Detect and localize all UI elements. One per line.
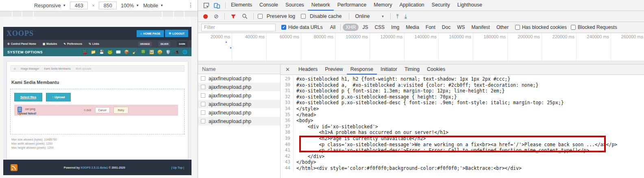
filter-type-manifest[interactable]: Manifest bbox=[469, 24, 493, 31]
clear-icon[interactable]: ⊘ bbox=[212, 13, 220, 19]
module-icon[interactable]: 🌐 bbox=[183, 50, 187, 54]
more-options-icon[interactable]: ⋮ bbox=[188, 2, 194, 8]
network-overview-timeline[interactable]: 20000 ms 40000 ms 60000 ms 80000 ms 1000… bbox=[198, 33, 644, 64]
table-row[interactable]: ajaxfineupload.php bbox=[198, 83, 280, 91]
table-row[interactable]: ajaxfineupload.php bbox=[198, 100, 280, 108]
media-query-ruler[interactable] bbox=[0, 11, 198, 17]
filter-type-all[interactable]: All bbox=[327, 24, 338, 31]
tab-headers[interactable]: Headers bbox=[295, 64, 321, 75]
throttling-select[interactable]: Online ▼ bbox=[353, 13, 386, 19]
filter-type-ws[interactable]: WS bbox=[454, 24, 468, 31]
cancel-button[interactable]: Cancel bbox=[95, 107, 110, 113]
import-har-icon[interactable]: ⤒ bbox=[395, 13, 400, 19]
code-line: 40 <p class='xo-siteblocked-message'>We … bbox=[281, 142, 644, 148]
close-icon[interactable]: ✕ bbox=[281, 64, 295, 75]
device-width-input[interactable] bbox=[70, 2, 88, 9]
nav-modules[interactable]: ▦ Modules bbox=[43, 42, 57, 46]
module-icon[interactable]: 🐸 bbox=[107, 50, 112, 54]
export-har-icon[interactable]: ⤓ bbox=[403, 13, 409, 19]
filter-funnel-icon[interactable] bbox=[229, 12, 238, 20]
breadcrumb-image-manager[interactable]: Image Manager bbox=[21, 67, 39, 70]
module-icon[interactable]: 🧹 bbox=[133, 50, 137, 54]
device-height-input[interactable] bbox=[99, 2, 117, 9]
filter-type-other[interactable]: Other bbox=[494, 24, 511, 31]
tab-lighthouse[interactable]: Lighthouse bbox=[454, 0, 486, 11]
table-row[interactable]: ajaxfineupload.php bbox=[198, 117, 280, 125]
inspect-element-icon[interactable] bbox=[202, 1, 211, 9]
home-page-button[interactable]: ⌂ HOME PAGE bbox=[137, 30, 164, 37]
disable-cache-checkbox[interactable] bbox=[301, 14, 306, 19]
tab-application[interactable]: Application bbox=[396, 0, 428, 11]
filter-type-xhr[interactable]: XHR bbox=[343, 24, 359, 31]
xoops-content: ⌂ Image Manager Kami Sedia Membantu Mult… bbox=[3, 56, 191, 160]
module-icon[interactable]: 📁 bbox=[91, 50, 96, 54]
filter-type-media[interactable]: Media bbox=[403, 24, 422, 31]
overview-scroll-strip[interactable] bbox=[198, 61, 644, 64]
tab-security[interactable]: Security bbox=[428, 0, 454, 11]
theme-dark-button[interactable]: DARK bbox=[177, 42, 187, 46]
preserve-log-checkbox[interactable] bbox=[258, 14, 263, 19]
file-doc-icon bbox=[201, 76, 205, 81]
home-icon[interactable]: ⌂ bbox=[14, 67, 16, 70]
theme-silver-button[interactable]: SILVER bbox=[159, 42, 170, 46]
module-icon[interactable]: 🍀 bbox=[141, 50, 146, 54]
module-icon[interactable]: 😀 bbox=[157, 50, 162, 54]
filter-type-css[interactable]: CSS bbox=[372, 24, 387, 31]
breadcrumb-kami-sedia-membantu[interactable]: Kami Sedia Membantu bbox=[44, 67, 71, 70]
file-doc-icon bbox=[201, 102, 205, 106]
table-row[interactable]: ajaxfineupload.php bbox=[198, 108, 280, 117]
throttle-select[interactable]: Mobile ▼ bbox=[143, 3, 163, 9]
code-line: 38 <h1>A problem has occurred on our ser… bbox=[281, 130, 644, 136]
name-column-header[interactable]: Name bbox=[198, 64, 280, 74]
device-toolbar-toggle-icon[interactable] bbox=[212, 1, 221, 9]
tab-timing[interactable]: Timing bbox=[401, 64, 423, 75]
tab-initiator[interactable]: Initiator bbox=[377, 64, 401, 75]
xoops-version-link[interactable]: XOOPS 2.5.11-Beta1 bbox=[80, 166, 108, 169]
upload-button[interactable]: ↑ Upload bbox=[46, 93, 71, 101]
tab-elements[interactable]: Elements bbox=[227, 0, 256, 11]
logout-button[interactable]: ⎆ LOGOUT bbox=[165, 30, 188, 37]
up-top-link[interactable]: | Up Top | bbox=[172, 166, 184, 169]
table-row[interactable]: ajaxfineupload.php bbox=[198, 74, 280, 83]
filter-type-img[interactable]: Img bbox=[388, 24, 402, 31]
breadcrumb-multi-uploads[interactable]: Multi uploads bbox=[76, 67, 91, 70]
record-icon[interactable] bbox=[203, 14, 208, 19]
nav-links[interactable]: % Links bbox=[89, 42, 99, 45]
filter-input[interactable] bbox=[201, 24, 276, 31]
tab-performance[interactable]: Performance bbox=[334, 0, 370, 11]
zoom-select[interactable]: 100% ▼ bbox=[121, 3, 139, 9]
xoops-logo[interactable]: XOOPS bbox=[7, 29, 34, 38]
theme-orange-button[interactable]: ORANGE bbox=[138, 42, 152, 46]
module-icon[interactable]: 🛡️ bbox=[166, 50, 171, 54]
has-blocked-cookies-checkbox[interactable] bbox=[515, 25, 520, 30]
filter-type-font[interactable]: Font bbox=[423, 24, 438, 31]
module-icon[interactable]: 💾 bbox=[99, 50, 104, 54]
select-files-button[interactable]: Select files bbox=[14, 93, 42, 101]
search-icon[interactable] bbox=[240, 12, 249, 20]
blocked-requests-checkbox[interactable] bbox=[571, 25, 576, 30]
tab-cookies[interactable]: Cookies bbox=[423, 64, 449, 75]
nav-preferences[interactable]: ✎ Preferences bbox=[63, 42, 82, 46]
module-icon[interactable]: 🎩 bbox=[174, 50, 179, 54]
module-icon[interactable]: 📦 bbox=[124, 50, 129, 54]
hide-data-urls-checkbox[interactable] bbox=[281, 25, 286, 30]
module-icon[interactable]: 🖼️ bbox=[149, 50, 154, 54]
retry-button[interactable]: Retry bbox=[113, 107, 129, 114]
tab-response[interactable]: Response bbox=[347, 64, 377, 75]
filter-type-doc[interactable]: Doc bbox=[439, 24, 453, 31]
rss-icon[interactable] bbox=[11, 164, 17, 171]
response-source-view[interactable]: 29#xo-siteblocked h1, h2 {font-weight: n… bbox=[281, 75, 644, 178]
filter-type-js[interactable]: JS bbox=[359, 24, 371, 31]
tab-memory[interactable]: Memory bbox=[370, 0, 396, 11]
throttle-label: Mobile bbox=[143, 3, 158, 9]
table-row[interactable]: ajaxfineupload.php bbox=[198, 91, 280, 100]
device-mode-select[interactable]: Responsive ▼ bbox=[34, 3, 66, 9]
module-icon[interactable]: ✉️ bbox=[116, 50, 121, 54]
nav-control-panel-home[interactable]: ⚙ Control Panel Home bbox=[7, 42, 36, 46]
tab-network[interactable]: Network bbox=[308, 0, 334, 11]
tab-sources[interactable]: Sources bbox=[282, 0, 308, 11]
module-icon[interactable]: 🍒 bbox=[83, 50, 87, 54]
code-line: 35</head> bbox=[281, 112, 644, 118]
tab-console[interactable]: Console bbox=[256, 0, 282, 11]
tab-preview[interactable]: Preview bbox=[321, 64, 346, 75]
